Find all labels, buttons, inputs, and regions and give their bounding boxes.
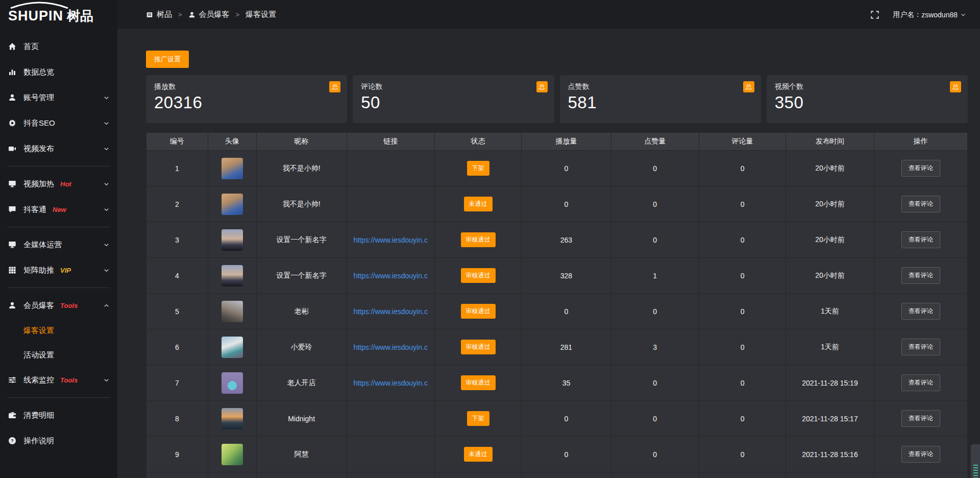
column-header: 昵称 [256, 133, 347, 151]
status-badge[interactable]: 下架 [467, 411, 489, 426]
view-comments-button[interactable]: 查看评论 [901, 303, 940, 320]
sidebar-item-label: 矩阵助推 [23, 266, 54, 275]
cell-status: 审核通过 [434, 294, 522, 329]
status-badge[interactable]: 审核通过 [461, 232, 496, 247]
sidebar-divider [7, 397, 110, 398]
cell-time: 2021-11-28 15:16 [786, 437, 874, 472]
user-dropdown[interactable]: 用户名：zswodun88 [893, 10, 966, 19]
cell-plays: 0 [522, 151, 611, 186]
cell-link [347, 472, 434, 478]
logo-text-cjk: 树品 [67, 8, 93, 23]
user-icon [8, 93, 16, 102]
stat-label: 视频个数 [775, 82, 960, 91]
table-row: 5 老彬 https://www.iesdouyin.c 审核通过 0 0 0 … [146, 294, 968, 329]
view-comments-button[interactable]: 查看评论 [901, 446, 940, 463]
sidebar-item-home[interactable]: 首页 [0, 34, 117, 59]
cell-comments: 0 [699, 186, 786, 222]
cell-plays: 0 [522, 186, 611, 222]
cell-comments [699, 472, 786, 478]
sidebar-item-douyin-seo[interactable]: 抖音SEO [0, 110, 117, 136]
cell-time: 1天前 [786, 329, 874, 365]
breadcrumb-label: 爆客设置 [246, 10, 276, 19]
status-badge[interactable]: 未通过 [464, 197, 493, 211]
cell-id: 8 [146, 401, 208, 437]
breadcrumb-item[interactable]: 爆客设置 [246, 10, 276, 19]
breadcrumb-item[interactable]: 会员爆客 [188, 10, 230, 19]
status-badge[interactable]: 下架 [467, 161, 489, 176]
avatar [222, 337, 243, 358]
cell-comments: 0 [699, 329, 786, 365]
view-comments-button[interactable]: 查看评论 [901, 160, 940, 177]
cell-link [347, 186, 434, 222]
sidebar-item-doukationg[interactable]: 抖客通 New [0, 197, 117, 222]
sidebar-item-video-heat[interactable]: 视频加热 Hot [0, 171, 117, 197]
sidebar-item-video-publish[interactable]: 视频发布 [0, 136, 117, 161]
video-link[interactable]: https://www.iesdouyin.c [353, 272, 428, 280]
sidebar-item-account-management[interactable]: 账号管理 [0, 85, 117, 110]
cell-plays: 0 [522, 437, 611, 472]
video-link[interactable]: https://www.iesdouyin.c [353, 343, 428, 351]
cell-action: 查看评论 [874, 294, 967, 329]
status-badge[interactable]: 审核通过 [461, 375, 496, 390]
video-link[interactable]: https://www.iesdouyin.c [353, 236, 428, 244]
sidebar-item-operation-guide[interactable]: 操作说明 [0, 428, 117, 453]
breadcrumb-item[interactable]: 树品 [146, 10, 172, 19]
main-area: 树品>会员爆客>爆客设置 用户名：zswodun88 推广设置 播放数 总 20… [117, 0, 980, 478]
sidebar-item-tag: Tools [60, 376, 78, 384]
cell-avatar [208, 151, 256, 186]
view-comments-button[interactable]: 查看评论 [901, 196, 940, 212]
avatar [222, 265, 243, 286]
sidebar-subitem-activity-settings[interactable]: 活动设置 [0, 343, 117, 367]
status-badge[interactable]: 审核通过 [461, 304, 496, 319]
cell-action: 查看评论 [874, 329, 967, 365]
sidebar-item-media-operation[interactable]: 全媒体运营 [0, 232, 117, 257]
sidebar-item-clue-monitor[interactable]: 线索监控 Tools [0, 367, 117, 393]
stat-card: 视频个数 总 350 [767, 75, 968, 123]
stat-value: 350 [775, 93, 960, 112]
video-link[interactable]: https://www.iesdouyin.c [353, 307, 428, 316]
sidebar-item-data-overview[interactable]: 数据总览 [0, 59, 117, 85]
sidebar-item-label: 全媒体运营 [23, 240, 62, 250]
view-comments-button[interactable]: 查看评论 [901, 339, 940, 355]
sidebar-item-consumption-detail[interactable]: 消费明细 [0, 402, 117, 428]
stat-value: 581 [568, 93, 753, 112]
cell-time: 20小时前 [786, 222, 874, 258]
table-header-row: 编号头像昵称链接状态播放量点赞量评论量发布时间操作 [146, 133, 968, 151]
cell-likes: 0 [611, 365, 699, 401]
status-badge[interactable]: 审核通过 [461, 268, 496, 283]
chevron-down-icon [104, 207, 109, 212]
brand-logo: SHUPIN树品 [0, 0, 117, 30]
cell-id [146, 472, 208, 478]
table-row: 1 我不是小帅! 下架 0 0 0 20小时前 查看评论 [146, 151, 968, 186]
fullscreen-icon[interactable] [870, 10, 879, 19]
chevron-down-icon [104, 242, 109, 248]
stat-label: 评论数 [361, 82, 546, 91]
sidebar-item-label: 账号管理 [23, 93, 54, 103]
cell-action: 查看评论 [874, 401, 967, 437]
promo-settings-button[interactable]: 推广设置 [146, 51, 189, 68]
logo-text: SHUPIN [8, 8, 63, 23]
cell-comments: 0 [699, 401, 786, 437]
cell-action [874, 472, 967, 478]
view-comments-button[interactable]: 查看评论 [901, 231, 940, 248]
sidebar-item-matrix-boost[interactable]: 矩阵助推 VIP [0, 257, 117, 283]
chevron-up-icon [104, 303, 109, 308]
wallet-icon [8, 411, 16, 419]
view-comments-button[interactable]: 查看评论 [901, 267, 940, 284]
floating-widget[interactable] [970, 443, 980, 478]
avatar [222, 301, 243, 322]
status-badge[interactable]: 审核通过 [461, 340, 496, 354]
view-comments-button[interactable]: 查看评论 [901, 374, 940, 391]
view-comments-button[interactable]: 查看评论 [901, 410, 940, 427]
avatar [222, 194, 243, 215]
status-badge[interactable]: 未通过 [464, 447, 493, 462]
avatar [222, 158, 243, 179]
sidebar-divider [7, 166, 110, 166]
sidebar-item-member-baoke[interactable]: 会员爆客 Tools [0, 293, 117, 318]
member-icon [8, 301, 16, 309]
cell-id: 5 [146, 294, 208, 329]
stat-card: 评论数 总 50 [353, 75, 554, 123]
sidebar-subitem-baoke-settings[interactable]: 爆客设置 [0, 318, 117, 343]
video-link[interactable]: https://www.iesdouyin.c [353, 379, 428, 387]
table-row: 2 我不是小帅! 未通过 0 0 0 20小时前 查看评论 [146, 186, 968, 222]
